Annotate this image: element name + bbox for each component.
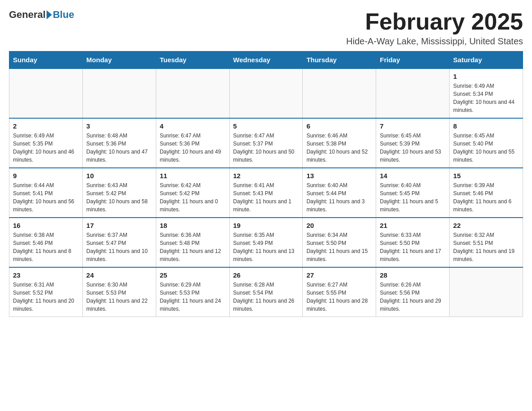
day-info: Sunrise: 6:45 AM Sunset: 5:40 PM Dayligh… bbox=[453, 132, 519, 164]
calendar-week-row: 23Sunrise: 6:31 AM Sunset: 5:52 PM Dayli… bbox=[9, 267, 523, 317]
calendar-week-row: 16Sunrise: 6:38 AM Sunset: 5:46 PM Dayli… bbox=[9, 218, 523, 267]
day-info: Sunrise: 6:40 AM Sunset: 5:45 PM Dayligh… bbox=[380, 181, 446, 214]
day-number: 15 bbox=[453, 172, 519, 180]
calendar-cell bbox=[9, 68, 83, 118]
day-info: Sunrise: 6:30 AM Sunset: 5:53 PM Dayligh… bbox=[86, 281, 152, 313]
logo-arrow-icon bbox=[47, 10, 52, 19]
calendar-cell: 14Sunrise: 6:40 AM Sunset: 5:45 PM Dayli… bbox=[376, 168, 450, 218]
calendar-table: SundayMondayTuesdayWednesdayThursdayFrid… bbox=[9, 51, 523, 317]
day-number: 18 bbox=[160, 222, 226, 229]
calendar-cell: 19Sunrise: 6:35 AM Sunset: 5:49 PM Dayli… bbox=[229, 218, 303, 267]
calendar-week-row: 1Sunrise: 6:49 AM Sunset: 5:34 PM Daylig… bbox=[9, 68, 523, 118]
day-number: 22 bbox=[453, 222, 519, 229]
day-number: 20 bbox=[306, 222, 372, 229]
calendar-cell: 26Sunrise: 6:28 AM Sunset: 5:54 PM Dayli… bbox=[229, 267, 303, 317]
day-info: Sunrise: 6:41 AM Sunset: 5:43 PM Dayligh… bbox=[233, 181, 299, 214]
calendar-cell bbox=[229, 68, 303, 118]
day-number: 8 bbox=[453, 122, 519, 130]
calendar-cell bbox=[303, 68, 376, 118]
day-info: Sunrise: 6:35 AM Sunset: 5:49 PM Dayligh… bbox=[233, 231, 299, 263]
day-info: Sunrise: 6:26 AM Sunset: 5:56 PM Dayligh… bbox=[380, 281, 446, 313]
calendar-cell: 15Sunrise: 6:39 AM Sunset: 5:46 PM Dayli… bbox=[450, 168, 523, 218]
calendar-cell: 25Sunrise: 6:29 AM Sunset: 5:53 PM Dayli… bbox=[156, 267, 229, 317]
calendar-cell: 17Sunrise: 6:37 AM Sunset: 5:47 PM Dayli… bbox=[82, 218, 156, 267]
calendar-cell: 16Sunrise: 6:38 AM Sunset: 5:46 PM Dayli… bbox=[9, 218, 83, 267]
weekday-header-tuesday: Tuesday bbox=[156, 51, 229, 69]
day-number: 5 bbox=[233, 122, 299, 130]
weekday-header-saturday: Saturday bbox=[450, 51, 523, 69]
weekday-header-wednesday: Wednesday bbox=[229, 51, 303, 69]
logo: General Blue bbox=[9, 9, 74, 21]
calendar-cell: 4Sunrise: 6:47 AM Sunset: 5:36 PM Daylig… bbox=[156, 118, 229, 168]
day-number: 19 bbox=[233, 222, 299, 229]
calendar-cell: 18Sunrise: 6:36 AM Sunset: 5:48 PM Dayli… bbox=[156, 218, 229, 267]
day-info: Sunrise: 6:49 AM Sunset: 5:35 PM Dayligh… bbox=[13, 132, 79, 164]
calendar-cell: 23Sunrise: 6:31 AM Sunset: 5:52 PM Dayli… bbox=[9, 267, 83, 317]
title-block: February 2025 Hide-A-Way Lake, Mississip… bbox=[346, 9, 523, 47]
day-info: Sunrise: 6:27 AM Sunset: 5:55 PM Dayligh… bbox=[306, 281, 372, 313]
calendar-cell bbox=[156, 68, 229, 118]
day-info: Sunrise: 6:28 AM Sunset: 5:54 PM Dayligh… bbox=[233, 281, 299, 313]
calendar-cell: 5Sunrise: 6:47 AM Sunset: 5:37 PM Daylig… bbox=[229, 118, 303, 168]
day-info: Sunrise: 6:47 AM Sunset: 5:37 PM Dayligh… bbox=[233, 132, 299, 164]
day-number: 28 bbox=[380, 271, 446, 279]
page-header: General Blue February 2025 Hide-A-Way La… bbox=[9, 9, 523, 47]
day-info: Sunrise: 6:29 AM Sunset: 5:53 PM Dayligh… bbox=[160, 281, 226, 313]
calendar-header-row: SundayMondayTuesdayWednesdayThursdayFrid… bbox=[9, 51, 523, 69]
day-number: 24 bbox=[86, 271, 152, 279]
day-info: Sunrise: 6:33 AM Sunset: 5:50 PM Dayligh… bbox=[380, 231, 446, 263]
day-number: 2 bbox=[13, 122, 79, 130]
calendar-cell: 10Sunrise: 6:43 AM Sunset: 5:42 PM Dayli… bbox=[82, 168, 156, 218]
day-number: 9 bbox=[13, 172, 79, 180]
day-number: 3 bbox=[86, 122, 152, 130]
logo-general-text: General bbox=[9, 9, 46, 21]
day-info: Sunrise: 6:40 AM Sunset: 5:44 PM Dayligh… bbox=[306, 181, 372, 214]
calendar-cell: 7Sunrise: 6:45 AM Sunset: 5:39 PM Daylig… bbox=[376, 118, 450, 168]
day-info: Sunrise: 6:42 AM Sunset: 5:42 PM Dayligh… bbox=[160, 181, 226, 214]
calendar-cell: 13Sunrise: 6:40 AM Sunset: 5:44 PM Dayli… bbox=[303, 168, 376, 218]
location-subtitle: Hide-A-Way Lake, Mississippi, United Sta… bbox=[346, 36, 523, 47]
day-info: Sunrise: 6:37 AM Sunset: 5:47 PM Dayligh… bbox=[86, 231, 152, 263]
day-info: Sunrise: 6:34 AM Sunset: 5:50 PM Dayligh… bbox=[306, 231, 372, 263]
calendar-cell: 6Sunrise: 6:46 AM Sunset: 5:38 PM Daylig… bbox=[303, 118, 376, 168]
calendar-week-row: 2Sunrise: 6:49 AM Sunset: 5:35 PM Daylig… bbox=[9, 118, 523, 168]
day-number: 6 bbox=[306, 122, 372, 130]
day-number: 4 bbox=[160, 122, 226, 130]
day-number: 10 bbox=[86, 172, 152, 180]
calendar-cell: 24Sunrise: 6:30 AM Sunset: 5:53 PM Dayli… bbox=[82, 267, 156, 317]
calendar-cell bbox=[450, 267, 523, 317]
day-info: Sunrise: 6:47 AM Sunset: 5:36 PM Dayligh… bbox=[160, 132, 226, 164]
day-number: 1 bbox=[453, 73, 519, 80]
day-number: 25 bbox=[160, 271, 226, 279]
day-number: 13 bbox=[306, 172, 372, 180]
weekday-header-monday: Monday bbox=[82, 51, 156, 69]
day-info: Sunrise: 6:45 AM Sunset: 5:39 PM Dayligh… bbox=[380, 132, 446, 164]
calendar-cell: 3Sunrise: 6:48 AM Sunset: 5:36 PM Daylig… bbox=[82, 118, 156, 168]
calendar-cell: 11Sunrise: 6:42 AM Sunset: 5:42 PM Dayli… bbox=[156, 168, 229, 218]
calendar-week-row: 9Sunrise: 6:44 AM Sunset: 5:41 PM Daylig… bbox=[9, 168, 523, 218]
day-info: Sunrise: 6:31 AM Sunset: 5:52 PM Dayligh… bbox=[13, 281, 79, 313]
day-info: Sunrise: 6:44 AM Sunset: 5:41 PM Dayligh… bbox=[13, 181, 79, 214]
day-number: 12 bbox=[233, 172, 299, 180]
calendar-cell: 22Sunrise: 6:32 AM Sunset: 5:51 PM Dayli… bbox=[450, 218, 523, 267]
calendar-cell: 12Sunrise: 6:41 AM Sunset: 5:43 PM Dayli… bbox=[229, 168, 303, 218]
month-title: February 2025 bbox=[346, 9, 523, 34]
day-info: Sunrise: 6:43 AM Sunset: 5:42 PM Dayligh… bbox=[86, 181, 152, 214]
logo-blue-text: Blue bbox=[53, 9, 74, 21]
day-info: Sunrise: 6:49 AM Sunset: 5:34 PM Dayligh… bbox=[453, 82, 519, 114]
day-info: Sunrise: 6:38 AM Sunset: 5:46 PM Dayligh… bbox=[13, 231, 79, 263]
day-number: 21 bbox=[380, 222, 446, 229]
day-info: Sunrise: 6:32 AM Sunset: 5:51 PM Dayligh… bbox=[453, 231, 519, 263]
calendar-cell: 1Sunrise: 6:49 AM Sunset: 5:34 PM Daylig… bbox=[450, 68, 523, 118]
day-info: Sunrise: 6:48 AM Sunset: 5:36 PM Dayligh… bbox=[86, 132, 152, 164]
calendar-cell: 8Sunrise: 6:45 AM Sunset: 5:40 PM Daylig… bbox=[450, 118, 523, 168]
day-number: 7 bbox=[380, 122, 446, 130]
calendar-cell: 2Sunrise: 6:49 AM Sunset: 5:35 PM Daylig… bbox=[9, 118, 83, 168]
day-info: Sunrise: 6:46 AM Sunset: 5:38 PM Dayligh… bbox=[306, 132, 372, 164]
day-number: 14 bbox=[380, 172, 446, 180]
day-info: Sunrise: 6:36 AM Sunset: 5:48 PM Dayligh… bbox=[160, 231, 226, 263]
day-number: 23 bbox=[13, 271, 79, 279]
day-number: 27 bbox=[306, 271, 372, 279]
day-number: 11 bbox=[160, 172, 226, 180]
calendar-cell bbox=[376, 68, 450, 118]
